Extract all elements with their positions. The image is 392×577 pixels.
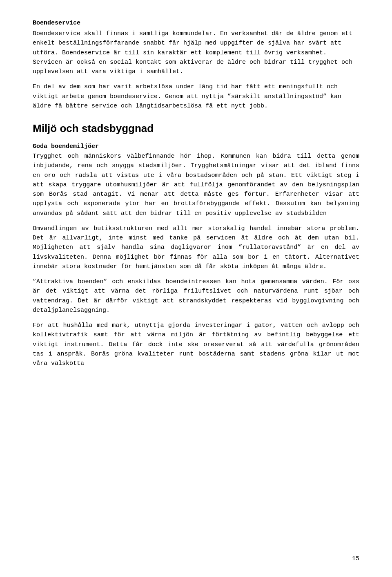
page-number: 15	[352, 555, 359, 562]
miljo-paragraph-4: För att hushålla med mark, utnyttja gjor…	[33, 321, 359, 368]
miljo-paragraph-3: ”Attraktiva boenden” och enskildas boend…	[33, 277, 359, 315]
miljo-paragraph-1: Trygghet och människors välbefinnande hö…	[33, 152, 359, 218]
miljo-section: Miljö och stadsbyggnad Goda boendemiljöe…	[33, 122, 359, 368]
boendeservice-heading: Boendeservice	[33, 20, 359, 27]
boendeservice-paragraph-1: Boendeservice skall finnas i samtliga ko…	[33, 29, 359, 76]
boendeservice-paragraph-2: En del av dem som har varit arbetslösa u…	[33, 82, 359, 111]
miljo-paragraph-2: Omvandlingen av butiksstrukturen med all…	[33, 224, 359, 271]
miljo-heading: Miljö och stadsbyggnad	[33, 122, 359, 135]
page-container: Boendeservice Boendeservice skall finnas…	[0, 0, 392, 577]
boendeservice-section: Boendeservice Boendeservice skall finnas…	[33, 20, 359, 111]
boendemiljoer-subheading: Goda boendemiljöer	[33, 143, 359, 150]
